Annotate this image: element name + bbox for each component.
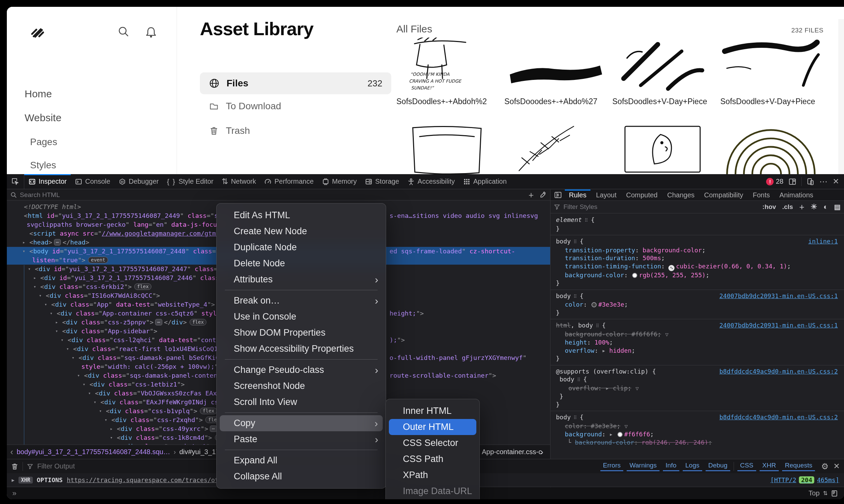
eyedropper-icon[interactable] (539, 191, 547, 199)
error-count-button[interactable]: ! 28 (766, 178, 783, 185)
collapse-node-icon[interactable]: ▾ (76, 371, 81, 380)
console-settings-gear-icon[interactable]: ⚙ (821, 462, 829, 471)
split-console-icon[interactable] (788, 178, 797, 186)
menu-item-expand-all[interactable]: Expand All (217, 452, 386, 468)
responsive-design-icon[interactable] (806, 178, 815, 186)
menu-item-use-in-console[interactable]: Use in Console (217, 309, 386, 325)
collapse-sidebar-icon[interactable] (554, 191, 562, 199)
menu-item-xpath[interactable]: XPath (386, 467, 479, 483)
breadcrumb-scroll-right-icon[interactable]: › (541, 447, 543, 457)
clear-console-trash-icon[interactable] (11, 463, 18, 470)
css-rule-line[interactable]: overflow: ▸ hidden; (553, 347, 841, 355)
asset-thumbnail[interactable] (612, 123, 713, 174)
expand-node-icon[interactable]: ▸ (109, 424, 114, 433)
console-filter-logs[interactable]: Logs (683, 461, 702, 471)
css-rule-line[interactable]: transition-property: background-color; (553, 246, 841, 254)
squarespace-logo-icon[interactable] (28, 23, 47, 42)
tab-debugger[interactable]: Debugger (114, 174, 163, 189)
search-html-bar[interactable]: Search HTML + (7, 190, 550, 200)
console-filter-requests[interactable]: Requests (782, 461, 815, 471)
close-devtools-icon[interactable]: ✕ (833, 177, 839, 186)
css-rule-line[interactable]: } (553, 401, 841, 409)
collapse-node-icon[interactable]: ▾ (43, 300, 49, 309)
css-rule-line[interactable]: └ background-color: rgb(246, 246, 246); (553, 438, 841, 445)
css-rule-line[interactable]: body⠿{ (553, 375, 841, 384)
menu-item-create-new-node[interactable]: Create New Node (217, 223, 386, 239)
asset-thumbnail[interactable]: “OOOH I'M KINDA CRAVING A HOT FUDGE SUND… (396, 38, 498, 106)
stylesheet-link[interactable]: b8dfddcdc49ac9d0-min.en-US.css:2 (719, 413, 838, 421)
menu-item-css-selector[interactable]: CSS Selector (386, 435, 479, 451)
css-rule-line[interactable]: transition-duration: 500ms; (553, 254, 841, 262)
collapse-node-icon[interactable]: ▾ (98, 407, 103, 416)
console-filter-css[interactable]: CSS (737, 461, 756, 471)
menu-item-scroll-into-view[interactable]: Scroll Into View (217, 394, 386, 410)
console-filter-errors[interactable]: Errors (600, 461, 624, 471)
tab-memory[interactable]: Memory (318, 174, 361, 189)
menu-item-inner-html[interactable]: Inner HTML (386, 403, 479, 419)
asset-thumbnail[interactable]: SofsDoodles+V-Day+Piece (612, 38, 713, 106)
create-node-button[interactable]: + (529, 191, 534, 199)
tab-inspector[interactable]: Inspector (24, 174, 71, 189)
collapse-node-icon[interactable]: ▾ (21, 247, 27, 256)
css-rule-line[interactable]: @supports (overflow:clip) {b8dfddcdc49ac… (553, 367, 841, 376)
sidebar-item-website[interactable]: Website (25, 112, 62, 124)
css-rule-line[interactable]: } (553, 309, 841, 317)
tab-storage[interactable]: Storage (361, 174, 403, 189)
menu-item-copy[interactable]: Copy› (220, 415, 383, 431)
tab-changes[interactable]: Changes (663, 190, 698, 200)
console-filter-xhr[interactable]: XHR (760, 461, 779, 471)
console-filter-info[interactable]: Info (663, 461, 679, 471)
tab-animations[interactable]: Animations (775, 190, 817, 200)
menu-item-css-path[interactable]: CSS Path (386, 451, 479, 467)
print-simulation-icon[interactable]: ▤ (834, 203, 841, 211)
request-status[interactable]: [HTTP/2 204 465ms] (771, 476, 839, 484)
iframe-picker-icon[interactable] (831, 490, 839, 497)
filter-output-input[interactable]: Filter Output (37, 462, 75, 470)
collapse-node-icon[interactable]: ▾ (109, 433, 114, 442)
css-rule-line[interactable]: } (553, 225, 841, 233)
menu-item-paste[interactable]: Paste› (217, 431, 386, 447)
css-rule-line[interactable]: background: ▸ #f6f6f6; (553, 430, 841, 438)
tab-computed[interactable]: Computed (622, 190, 662, 200)
collapse-node-icon[interactable]: ▾ (87, 389, 92, 398)
tab-accessibility[interactable]: Accessibility (403, 174, 459, 189)
css-rule-line[interactable]: } (553, 279, 841, 287)
menu-item-break-on[interactable]: Break on…› (217, 293, 386, 309)
collapse-node-icon[interactable]: ▾ (59, 336, 65, 345)
asset-thumbnail[interactable]: SofsDoodles+V-Day+Piece (720, 38, 821, 106)
stylesheet-link[interactable]: b8dfddcdc49ac9d0-min.en-US.css:2 (719, 367, 838, 376)
menu-item-show-accessibility-properties[interactable]: Show Accessibility Properties (217, 341, 386, 357)
asset-thumbnail[interactable]: SofsDooodes+-+Abdo%27 (504, 38, 605, 106)
collection-name[interactable]: All Files (396, 23, 432, 35)
expand-request-icon[interactable]: ▶ (12, 477, 14, 483)
nav-item-files[interactable]: Files 232 (200, 72, 391, 94)
tab-console[interactable]: Console (71, 174, 114, 189)
stylesheet-link[interactable]: 24007bdb9dc20931-min.en-US.css:1 (719, 321, 838, 330)
pseudo-class-toggle[interactable]: :hov (762, 203, 776, 211)
add-rule-button[interactable]: + (799, 202, 804, 212)
filter-styles-input[interactable]: Filter Styles (563, 203, 597, 211)
collapse-node-icon[interactable]: ▾ (27, 265, 32, 274)
css-rule-line[interactable]: body⠿{24007bdb9dc20931-min.en-US.css:1 (553, 292, 841, 301)
class-toggle[interactable]: .cls (782, 203, 793, 211)
css-rule-line[interactable]: overflow: ▸ clip;▽ (553, 384, 841, 393)
meatball-menu-icon[interactable]: ⋯ (819, 177, 828, 186)
css-rule-line[interactable]: } (553, 354, 841, 363)
console-filter-warnings[interactable]: Warnings (627, 461, 659, 471)
sidebar-item-pages[interactable]: Pages (30, 137, 57, 148)
css-rule-line[interactable]: body⠿{b8dfddcdc49ac9d0-min.en-US.css:2 (553, 413, 841, 422)
css-rule-line[interactable]: body⠿{inline:1 (553, 237, 841, 246)
pick-element-button[interactable] (7, 174, 24, 189)
menu-item-change-pseudo-class[interactable]: Change Pseudo-class› (217, 362, 386, 378)
menu-item-outer-html[interactable]: Outer HTML (389, 419, 476, 435)
css-rule-line[interactable]: html, body⠿{24007bdb9dc20931-min.en-US.c… (553, 321, 841, 330)
menu-item-collapse-all[interactable]: Collapse All (217, 468, 386, 485)
collapse-node-icon[interactable]: ▾ (103, 416, 109, 424)
asset-thumbnail[interactable] (720, 123, 821, 174)
menu-item-delete-node[interactable]: Delete Node (217, 255, 386, 271)
menu-item-screenshot-node[interactable]: Screenshot Node (217, 378, 386, 394)
collapse-node-icon[interactable]: ▾ (114, 442, 120, 445)
search-icon[interactable] (116, 25, 131, 40)
tab-performance[interactable]: Performance (260, 174, 318, 189)
nav-item-to-download[interactable]: To Download (200, 98, 391, 114)
